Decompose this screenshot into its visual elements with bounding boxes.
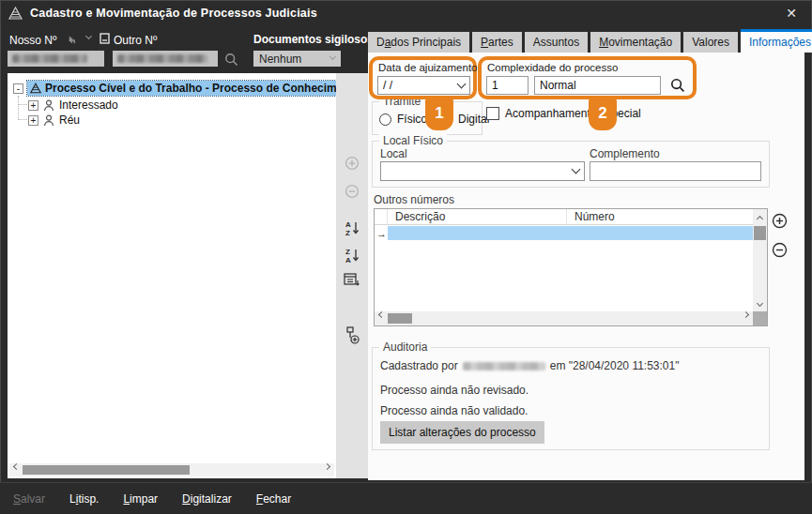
tab-assuntos[interactable]: Assuntos: [525, 32, 588, 53]
highlight-box-data-ajuizamento: Data de ajuizamento / /: [369, 56, 477, 99]
scroll-down-icon[interactable]: [757, 300, 763, 307]
limpar-button[interactable]: Limpar: [123, 492, 158, 506]
tab-partes[interactable]: Partes: [472, 32, 522, 53]
grid-selected-row[interactable]: [388, 226, 753, 240]
radio-icon: [379, 113, 391, 126]
grid-marker-column: [375, 209, 388, 224]
expand-expander-icon[interactable]: +: [28, 115, 38, 126]
tab-label: Dados Principais: [376, 36, 461, 49]
sort-az-icon: A Z: [344, 220, 360, 236]
complemento-input[interactable]: [590, 161, 761, 181]
person-icon: [43, 114, 54, 127]
grid-header-row: Descrição Número: [375, 209, 753, 225]
outro-numero-input[interactable]: [113, 51, 218, 67]
app-icon: [8, 7, 23, 20]
nosso-numero-label: Nosso Nº: [9, 34, 56, 47]
chevron-down-icon: [572, 165, 581, 174]
nosso-numero-input[interactable]: [8, 51, 104, 67]
complexidade-descricao-input[interactable]: Normal: [534, 76, 661, 95]
tab-movimentacao[interactable]: Movimentação: [590, 32, 681, 53]
window-title: Cadastro e Movimentação de Processos Jud…: [30, 7, 317, 20]
data-ajuizamento-label: Data de ajuizamento: [378, 62, 477, 73]
redacted-user-name: [463, 362, 545, 370]
tree-tool-strip: A Z Z A: [336, 73, 368, 478]
local-select[interactable]: [380, 161, 585, 181]
complexidade-codigo-input[interactable]: 1: [486, 76, 529, 95]
tab-label: Movimentação: [599, 36, 672, 49]
tab-informacoes[interactable]: Informações: [741, 29, 812, 53]
local-fisico-groupbox: Local Físico Local Complemento: [372, 141, 770, 188]
complemento-label: Complemento: [590, 147, 660, 160]
informacoes-tab-panel: Data de ajuizamento / / Complexidade do …: [368, 53, 804, 480]
highlight-box-complexidade: Complexidade do processo 1 Normal: [478, 56, 697, 99]
chevron-down-icon[interactable]: [85, 33, 92, 39]
badge-number: 1: [435, 104, 443, 123]
undo-icon[interactable]: [67, 35, 80, 45]
badge-number: 2: [598, 104, 606, 123]
grid-vertical-scrollbar[interactable]: [753, 209, 767, 311]
acompanhamento-especial-checkbox[interactable]: Acompanhamento especial: [486, 107, 641, 120]
listar-alteracoes-button[interactable]: Listar alterações do processo: [380, 421, 544, 444]
collapse-expander-icon[interactable]: -: [13, 83, 23, 94]
tab-dados-principais[interactable]: Dados Principais: [368, 32, 469, 53]
scroll-left-icon[interactable]: [13, 463, 20, 470]
person-icon: [43, 99, 54, 112]
documentos-sigilosos-label: Documentos sigilosos: [253, 33, 374, 46]
fechar-button[interactable]: Fechar: [256, 492, 291, 506]
digitalizar-button[interactable]: Digitalizar: [182, 492, 232, 506]
grid-column-numero[interactable]: Número: [567, 209, 753, 224]
tree-item-label: Réu: [59, 113, 80, 127]
expand-expander-icon[interactable]: +: [28, 100, 38, 111]
tree-root-label: Processo Cível e do Trabalho - Processo …: [45, 82, 336, 95]
sort-by-date-button[interactable]: [336, 272, 368, 287]
remove-node-button[interactable]: [336, 184, 368, 199]
grid-column-descricao[interactable]: Descrição: [388, 209, 567, 224]
documentos-sigilosos-value: Nenhum: [259, 53, 301, 66]
tab-valores[interactable]: Valores: [683, 32, 738, 53]
grid-horizontal-scrollbar[interactable]: [375, 311, 753, 325]
scroll-right-icon[interactable]: [743, 311, 749, 318]
tree-item-interessado[interactable]: + Interessado: [28, 98, 118, 113]
documentos-sigilosos-select[interactable]: Nenhum: [253, 51, 341, 67]
footer-bar: Salvar Litisp. Limpar Digitalizar Fechar: [0, 482, 812, 514]
plus-circle-icon: [345, 156, 360, 171]
search-icon[interactable]: [224, 53, 238, 67]
radio-fisico-label: Físico: [397, 113, 427, 126]
tree-guide-line: [18, 104, 27, 105]
titlebar: Cadastro e Movimentação de Processos Jud…: [0, 0, 812, 26]
svg-text:Z: Z: [345, 248, 350, 256]
add-party-button[interactable]: [336, 326, 368, 344]
chevron-down-icon: [457, 79, 467, 88]
tree-item-reu[interactable]: + Réu: [28, 113, 80, 128]
chevron-down-icon: [329, 53, 336, 60]
data-ajuizamento-select[interactable]: / /: [377, 76, 470, 95]
svg-text:Z: Z: [345, 229, 350, 236]
annotation-icon[interactable]: [100, 33, 110, 45]
scrollbar-thumb[interactable]: [23, 465, 190, 475]
tree-horizontal-scrollbar[interactable]: [9, 463, 334, 476]
tree-guide-line: [18, 96, 19, 120]
remove-row-button[interactable]: [772, 242, 788, 258]
redacted-value: [12, 54, 87, 63]
add-row-button[interactable]: [772, 213, 788, 229]
add-node-button[interactable]: [336, 156, 368, 171]
scrollbar-corner: [753, 311, 767, 325]
auditoria-label: Auditoria: [379, 340, 431, 354]
search-icon[interactable]: [670, 78, 685, 93]
tree-root-selection[interactable]: Processo Cível e do Trabalho - Processo …: [27, 81, 336, 96]
sort-az-button[interactable]: A Z: [336, 220, 368, 236]
salvar-button[interactable]: Salvar: [13, 492, 45, 506]
radio-fisico[interactable]: Físico: [379, 113, 427, 126]
scroll-up-icon[interactable]: [757, 216, 763, 222]
close-icon[interactable]: ✕: [771, 0, 812, 26]
redacted-value: [117, 54, 207, 63]
tab-label: Informações: [749, 36, 811, 49]
tree-root-row[interactable]: - Processo Cível e do Trabalho - Process…: [13, 81, 334, 96]
scroll-right-icon[interactable]: [324, 463, 330, 470]
scrollbar-thumb[interactable]: [388, 313, 412, 324]
sort-za-button[interactable]: Z A: [336, 248, 368, 264]
litisp-button[interactable]: Litisp.: [69, 492, 99, 506]
scrollbar-thumb[interactable]: [754, 226, 766, 240]
complexidade-codigo-value: 1: [492, 79, 498, 92]
scroll-left-icon[interactable]: [378, 311, 385, 318]
